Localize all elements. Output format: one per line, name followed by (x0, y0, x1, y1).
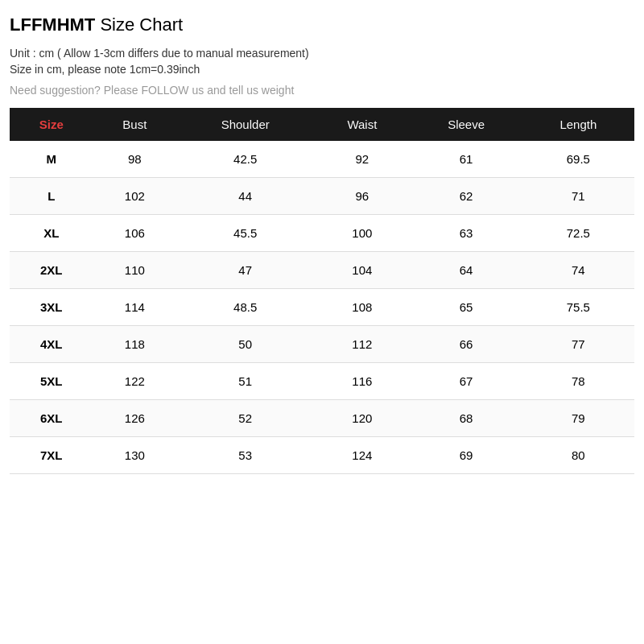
data-cell: 112 (314, 326, 410, 363)
col-header-length: Length (522, 108, 634, 141)
data-cell: 51 (176, 363, 314, 400)
data-cell: 120 (314, 400, 410, 437)
data-cell: 106 (93, 215, 177, 252)
note-suggestion: Need suggestion? Please FOLLOW us and te… (10, 84, 634, 97)
data-cell: 45.5 (176, 215, 314, 252)
table-row: XL10645.51006372.5 (10, 215, 634, 252)
data-cell: 62 (410, 178, 522, 215)
data-cell: 61 (410, 141, 522, 178)
col-header-bust: Bust (93, 108, 177, 141)
data-cell: 52 (176, 400, 314, 437)
title-rest: Size Chart (95, 14, 183, 35)
size-cell: M (10, 141, 93, 178)
size-cell: 6XL (10, 400, 93, 437)
table-row: 6XL126521206879 (10, 400, 634, 437)
data-cell: 98 (93, 141, 177, 178)
data-cell: 63 (410, 215, 522, 252)
table-header-row: Size Bust Shoulder Waist Sleeve Length (10, 108, 634, 141)
size-cell: 3XL (10, 289, 93, 326)
table-row: 2XL110471046474 (10, 252, 634, 289)
size-cell: 2XL (10, 252, 93, 289)
data-cell: 42.5 (176, 141, 314, 178)
data-cell: 77 (522, 326, 634, 363)
data-cell: 47 (176, 252, 314, 289)
data-cell: 110 (93, 252, 177, 289)
data-cell: 100 (314, 215, 410, 252)
brand-name: LFFMHMT (10, 14, 95, 35)
data-cell: 80 (522, 437, 634, 474)
table-row: 3XL11448.51086575.5 (10, 289, 634, 326)
size-chart-table: Size Bust Shoulder Waist Sleeve Length M… (10, 108, 634, 474)
data-cell: 48.5 (176, 289, 314, 326)
data-cell: 67 (410, 363, 522, 400)
data-cell: 79 (522, 400, 634, 437)
data-cell: 50 (176, 326, 314, 363)
table-row: 4XL118501126677 (10, 326, 634, 363)
data-cell: 53 (176, 437, 314, 474)
col-header-waist: Waist (314, 108, 410, 141)
data-cell: 108 (314, 289, 410, 326)
data-cell: 44 (176, 178, 314, 215)
table-row: L10244966271 (10, 178, 634, 215)
size-cell: 4XL (10, 326, 93, 363)
note-size: Size in cm, please note 1cm=0.39inch (10, 63, 634, 76)
col-header-shoulder: Shoulder (176, 108, 314, 141)
data-cell: 114 (93, 289, 177, 326)
data-cell: 122 (93, 363, 177, 400)
page-container: LFFMHMT Size Chart Unit : cm ( Allow 1-3… (0, 0, 644, 644)
page-title: LFFMHMT Size Chart (10, 14, 634, 35)
col-header-size: Size (10, 108, 93, 141)
data-cell: 124 (314, 437, 410, 474)
note-unit: Unit : cm ( Allow 1-3cm differs due to m… (10, 47, 634, 60)
col-header-sleeve: Sleeve (410, 108, 522, 141)
notes-section: Unit : cm ( Allow 1-3cm differs due to m… (10, 47, 634, 97)
size-cell: 5XL (10, 363, 93, 400)
data-cell: 126 (93, 400, 177, 437)
data-cell: 116 (314, 363, 410, 400)
data-cell: 78 (522, 363, 634, 400)
data-cell: 66 (410, 326, 522, 363)
table-row: 5XL122511166778 (10, 363, 634, 400)
data-cell: 102 (93, 178, 177, 215)
data-cell: 71 (522, 178, 634, 215)
data-cell: 96 (314, 178, 410, 215)
data-cell: 118 (93, 326, 177, 363)
data-cell: 69 (410, 437, 522, 474)
table-row: 7XL130531246980 (10, 437, 634, 474)
size-cell: 7XL (10, 437, 93, 474)
size-cell: L (10, 178, 93, 215)
data-cell: 69.5 (522, 141, 634, 178)
data-cell: 75.5 (522, 289, 634, 326)
data-cell: 72.5 (522, 215, 634, 252)
data-cell: 92 (314, 141, 410, 178)
data-cell: 74 (522, 252, 634, 289)
data-cell: 64 (410, 252, 522, 289)
data-cell: 65 (410, 289, 522, 326)
data-cell: 130 (93, 437, 177, 474)
size-cell: XL (10, 215, 93, 252)
data-cell: 104 (314, 252, 410, 289)
table-row: M9842.5926169.5 (10, 141, 634, 178)
data-cell: 68 (410, 400, 522, 437)
